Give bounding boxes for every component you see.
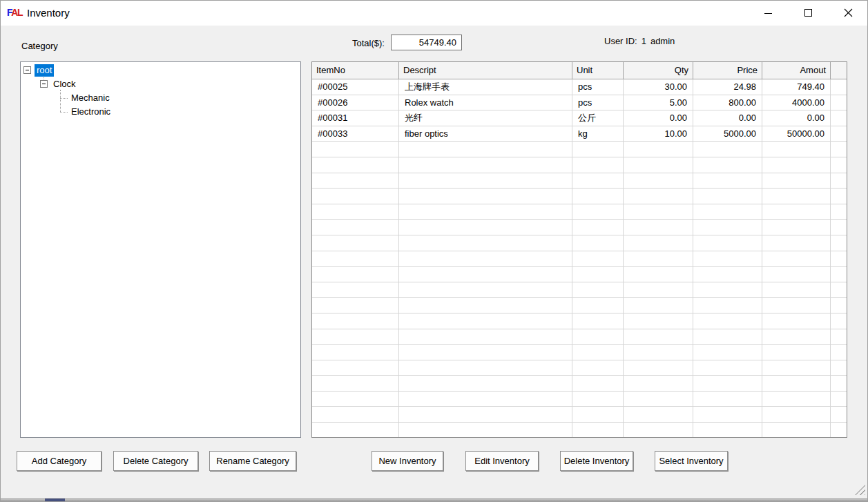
table-row-empty[interactable] [312, 142, 847, 157]
table-cell [693, 407, 762, 423]
column-header-qty[interactable]: Qty [624, 62, 693, 79]
table-row-empty[interactable] [312, 313, 847, 329]
column-header-descript[interactable]: Descript [399, 62, 572, 79]
table-cell [572, 267, 624, 282]
table-cell [624, 142, 693, 157]
column-header-itemno[interactable]: ItemNo [312, 62, 399, 79]
table-row-empty[interactable] [312, 392, 847, 407]
table-cell: 0.00 [693, 110, 762, 126]
tree-node-label[interactable]: Electronic [69, 106, 113, 118]
column-header-unit[interactable]: Unit [572, 62, 624, 79]
table-cell [831, 267, 847, 282]
close-button[interactable] [828, 1, 868, 26]
table-row-empty[interactable] [312, 407, 847, 423]
table-cell [399, 235, 572, 251]
table-cell [693, 423, 762, 438]
tree-collapse-icon[interactable] [40, 80, 48, 88]
table-cell [399, 313, 572, 329]
tree-collapse-icon[interactable] [23, 66, 31, 74]
table-row-empty[interactable] [312, 329, 847, 345]
maximize-button[interactable] [788, 1, 828, 26]
table-cell [572, 376, 624, 392]
table-cell [624, 345, 693, 360]
table-cell [831, 313, 847, 329]
table-cell [399, 423, 572, 438]
table-cell: 5000.00 [693, 126, 762, 142]
table-row-empty[interactable] [312, 189, 847, 204]
minimize-button[interactable] [748, 1, 788, 26]
table-row-empty[interactable] [312, 423, 847, 438]
table-row-empty[interactable] [312, 298, 847, 313]
select-inventory-button[interactable]: Select Inventory [655, 451, 728, 471]
table-cell: 800.00 [693, 95, 762, 111]
table-row-empty[interactable] [312, 267, 847, 282]
table-row-empty[interactable] [312, 204, 847, 220]
category-tree[interactable]: rootClockMechanicElectronic [20, 61, 301, 438]
table-cell [693, 251, 762, 267]
table-row[interactable]: #00031光纤公斤0.000.000.00 [312, 110, 847, 126]
delete-inventory-button[interactable]: Delete Inventory [560, 451, 633, 471]
table-cell [624, 313, 693, 329]
table-cell [693, 313, 762, 329]
table-row-empty[interactable] [312, 376, 847, 392]
table-cell [831, 360, 847, 376]
column-header-amout[interactable]: Amout [762, 62, 831, 79]
delete-category-button[interactable]: Delete Category [113, 451, 198, 471]
table-row[interactable]: #00025上海牌手表pcs30.0024.98749.40 [312, 79, 847, 95]
table-cell [312, 235, 399, 251]
column-header-price[interactable]: Price [693, 62, 762, 79]
table-cell [762, 220, 831, 235]
inventory-grid: ItemNoDescriptUnitQtyPriceAmout #00025上海… [311, 61, 847, 438]
table-cell [624, 235, 693, 251]
tree-node-clock[interactable]: Clock [21, 77, 300, 91]
minimize-icon [764, 13, 772, 14]
table-row-empty[interactable] [312, 345, 847, 360]
table-cell [831, 189, 847, 204]
table-row-empty[interactable] [312, 282, 847, 298]
tree-node-label[interactable]: Mechanic [69, 92, 112, 104]
table-cell [762, 376, 831, 392]
table-cell: kg [572, 126, 624, 142]
table-row-empty[interactable] [312, 235, 847, 251]
table-cell: 光纤 [399, 110, 572, 126]
table-cell [312, 298, 399, 313]
rename-category-button[interactable]: Rename Category [209, 451, 296, 471]
table-cell [693, 329, 762, 345]
table-cell [399, 298, 572, 313]
table-cell [624, 204, 693, 220]
table-cell [762, 407, 831, 423]
table-cell [693, 235, 762, 251]
new-inventory-button[interactable]: New Inventory [372, 451, 443, 471]
table-cell [831, 173, 847, 189]
add-category-button[interactable]: Add Category [17, 451, 102, 471]
table-cell [399, 204, 572, 220]
tree-node-electronic[interactable]: Electronic [21, 105, 300, 119]
user-id-label: User ID: [604, 36, 637, 46]
tree-node-mechanic[interactable]: Mechanic [21, 91, 300, 105]
table-row-empty[interactable] [312, 157, 847, 173]
table-cell: 30.00 [624, 79, 693, 95]
tree-node-root[interactable]: root [21, 64, 300, 77]
table-cell [762, 157, 831, 173]
table-row[interactable]: #00026Rolex watchpcs5.00800.004000.00 [312, 95, 847, 111]
table-row-empty[interactable] [312, 173, 847, 189]
table-cell [762, 392, 831, 407]
tree-node-label[interactable]: root [35, 64, 54, 77]
table-cell [831, 142, 847, 157]
tree-node-label[interactable]: Clock [51, 78, 78, 90]
table-cell [831, 126, 847, 142]
table-row-empty[interactable] [312, 220, 847, 235]
table-row-empty[interactable] [312, 360, 847, 376]
table-row-empty[interactable] [312, 251, 847, 267]
table-cell [762, 313, 831, 329]
table-cell [572, 220, 624, 235]
close-icon [844, 8, 853, 17]
resize-grip[interactable] [855, 485, 865, 495]
table-row[interactable]: #00033fiber opticskg10.005000.0050000.00 [312, 126, 847, 142]
total-input[interactable] [391, 35, 462, 50]
table-cell [312, 142, 399, 157]
table-cell [312, 376, 399, 392]
table-cell [399, 360, 572, 376]
table-cell [624, 251, 693, 267]
edit-inventory-button[interactable]: Edit Inventory [465, 451, 539, 471]
